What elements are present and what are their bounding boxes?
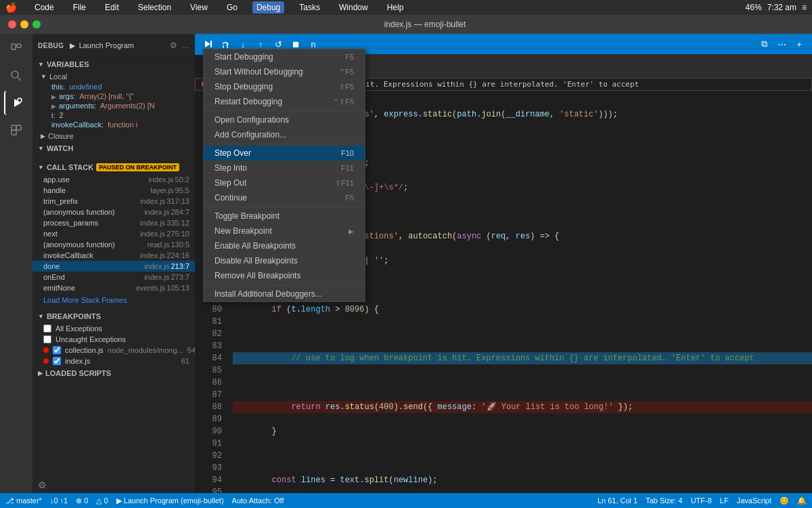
menu-go[interactable]: Go <box>223 1 242 14</box>
menu-restart-debugging[interactable]: Restart Debugging ⌃⇧F5 <box>204 94 365 109</box>
local-label: Local <box>49 72 67 81</box>
menu-toggle-breakpoint[interactable]: Toggle Breakpoint <box>204 209 365 224</box>
debug-play-btn[interactable]: ▶ <box>70 41 75 50</box>
menu-continue[interactable]: Continue F5 <box>204 190 365 205</box>
menu-selection[interactable]: Selection <box>134 1 175 14</box>
loaded-scripts-section: ▶ LOADED SCRIPTS <box>32 366 195 380</box>
activity-debug[interactable] <box>4 91 28 115</box>
close-button[interactable] <box>8 20 16 28</box>
warnings-count[interactable]: △ 0 <box>96 496 108 505</box>
load-more-frames[interactable]: Load More Stack Frames <box>32 293 195 307</box>
auto-attach-status[interactable]: Auto Attach: Off <box>232 496 284 505</box>
call-stack-item-8[interactable]: done index.js 213:7 <box>32 261 195 272</box>
call-stack-item-7[interactable]: invokeCallback index.js 224:16 <box>32 250 195 261</box>
breakpoints-arrow-icon: ▼ <box>38 313 44 320</box>
notification-bell[interactable]: 🔔 <box>797 496 807 505</box>
sidebar-bottom: ⚙ <box>32 477 195 493</box>
call-stack-item-10[interactable]: emitNone events.js 105:13 <box>32 282 195 293</box>
breakpoint-index[interactable]: index.js 61 <box>32 356 195 366</box>
code-line-76: } <box>233 425 812 438</box>
call-stack-item-1[interactable]: handle layer.js 95:5 <box>32 185 195 196</box>
var-arguments[interactable]: ▶ arguments: Arguments(2) [N <box>38 101 195 110</box>
call-stack-item-2[interactable]: trim_prefix index.js 317:13 <box>32 196 195 207</box>
menu-open-configurations[interactable]: Open Configurations <box>204 112 365 127</box>
loaded-scripts-label: LOADED SCRIPTS <box>45 369 111 377</box>
encoding[interactable]: UTF-8 <box>691 496 712 505</box>
loaded-scripts-header[interactable]: ▶ LOADED SCRIPTS <box>32 366 195 380</box>
menu-file[interactable]: File <box>69 1 90 14</box>
emoji-button[interactable]: 😊 <box>780 496 789 505</box>
apple-menu-icon[interactable]: 🍎 <box>5 2 17 13</box>
activity-extensions[interactable] <box>4 118 28 142</box>
call-stack-item-0[interactable]: app.use index.js 50:2 <box>32 174 195 185</box>
settings-gear-icon[interactable]: ⚙ <box>38 480 47 490</box>
editor-split-icon[interactable]: ⋯ <box>774 37 789 51</box>
var-invoke-callback: invokeCallback: function i <box>38 120 195 129</box>
variables-section-header[interactable]: ▼ VARIABLES <box>32 58 195 71</box>
menu-remove-all-breakpoints[interactable]: Remove All Breakpoints <box>204 268 365 283</box>
call-stack-item-6[interactable]: (anonymous function) read.js 130:5 <box>32 239 195 250</box>
closure-section-header[interactable]: ▶ Closure <box>38 131 195 142</box>
breakpoint-collection[interactable]: collection.js node_modules/mong... 540 <box>32 345 195 356</box>
window-title: index.js — emoji-bullet <box>46 20 804 29</box>
minimize-button[interactable] <box>20 20 28 28</box>
toolbar-right-buttons: ⧉ ⋯ + <box>757 37 807 51</box>
menu-help[interactable]: Help <box>383 1 408 14</box>
closure-label: Closure <box>48 132 74 140</box>
editor-more-icon[interactable]: + <box>792 37 807 51</box>
menu-step-out[interactable]: Step Out ⇧F11 <box>204 175 365 190</box>
svg-marker-9 <box>205 41 210 47</box>
menu-enable-all-breakpoints[interactable]: Enable All Breakpoints <box>204 238 365 253</box>
activity-explorer[interactable] <box>4 37 28 61</box>
menu-add-configuration[interactable]: Add Configuration... <box>204 127 365 142</box>
menu-view[interactable]: View <box>186 1 212 14</box>
sidebar-settings-icon[interactable]: ⚙ <box>170 41 177 50</box>
menu-start-without-debugging[interactable]: Start Without Debugging ⌃F5 <box>204 64 365 79</box>
language-mode[interactable]: JavaScript <box>737 496 771 505</box>
call-stack-item-3[interactable]: (anonymous function) index.js 284:7 <box>32 207 195 217</box>
code-line-78: const lines = text.split(newline); <box>233 474 812 486</box>
menu-disable-all-breakpoints[interactable]: Disable All Breakpoints <box>204 253 365 268</box>
menu-step-into[interactable]: Step Into F11 <box>204 161 365 175</box>
cursor-position[interactable]: Ln 61, Col 1 <box>597 496 637 505</box>
menu-stop-debugging[interactable]: Stop Debugging ⇧F5 <box>204 79 365 94</box>
menu-sep-2 <box>204 144 365 144</box>
watch-section-header[interactable]: ▼ WATCH <box>32 142 195 155</box>
call-stack-item-5[interactable]: next index.js 275:10 <box>32 228 195 239</box>
activity-search[interactable] <box>4 64 28 88</box>
menubar-status: 46% 7:32 am ≡ <box>746 3 807 12</box>
menu-install-debuggers[interactable]: Install Additional Debuggers... <box>204 287 365 301</box>
editor-layout-icon[interactable]: ⧉ <box>757 37 771 51</box>
call-stack-item-4[interactable]: process_params index.js 335:12 <box>32 217 195 228</box>
code-line-77 <box>233 450 812 462</box>
svg-rect-10 <box>210 41 212 47</box>
menu-new-breakpoint[interactable]: New Breakpoint ▶ <box>204 224 365 238</box>
menu-debug[interactable]: Debug <box>252 1 284 14</box>
menu-tasks[interactable]: Tasks <box>295 1 324 14</box>
sidebar-more-icon[interactable]: … <box>181 41 189 50</box>
errors-count[interactable]: ⊗ 0 <box>76 496 88 505</box>
maximize-button[interactable] <box>32 20 41 28</box>
svg-point-2 <box>12 71 18 78</box>
call-stack-header[interactable]: ▼ CALL STACK PAUSED ON BREAKPOINT <box>32 161 195 174</box>
menu-edit[interactable]: Edit <box>101 1 123 14</box>
local-section-header[interactable]: ▼ Local <box>38 71 195 82</box>
line-ending[interactable]: LF <box>720 496 729 505</box>
menubar: 🍎 Code File Edit Selection View Go Debug… <box>0 0 812 15</box>
menu-window[interactable]: Window <box>335 1 372 14</box>
launch-program-status[interactable]: ▶ Launch Program (emoji-bullet) <box>116 496 224 505</box>
paused-badge: PAUSED ON BREAKPOINT <box>96 163 179 171</box>
menu-step-over[interactable]: Step Over F10 <box>204 146 365 161</box>
breakpoint-uncaught-exceptions[interactable]: Uncaught Exceptions <box>32 334 195 345</box>
menu-code[interactable]: Code <box>30 1 58 14</box>
git-branch[interactable]: ⎇ master* <box>5 496 42 505</box>
call-stack-item-9[interactable]: onEnd index.js 273:7 <box>32 272 195 282</box>
menubar-extras-icon: ≡ <box>802 3 807 12</box>
sync-status[interactable]: ↓0 ↑1 <box>50 496 68 505</box>
menu-start-debugging[interactable]: Start Debugging F5 <box>204 49 365 64</box>
call-stack-section: ▼ CALL STACK PAUSED ON BREAKPOINT app.us… <box>32 161 195 307</box>
var-args[interactable]: ▶ args: Array(2) [null, "{" <box>38 91 195 101</box>
breakpoints-header[interactable]: ▼ BREAKPOINTS <box>32 310 195 323</box>
tab-size[interactable]: Tab Size: 4 <box>646 496 682 505</box>
breakpoint-all-exceptions[interactable]: All Exceptions <box>32 323 195 334</box>
